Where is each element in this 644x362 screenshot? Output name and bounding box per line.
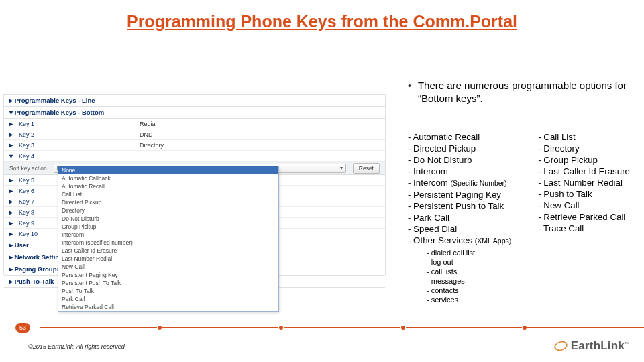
dropdown-option[interactable]: Persistent Push To Talk [58, 279, 278, 287]
section-label: Programmable Keys - Line [15, 97, 95, 104]
section-header-bottom[interactable]: ▾ Programmable Keys - Bottom [4, 107, 385, 119]
option-item: - Call List [538, 131, 630, 143]
dropdown-option[interactable]: Push To Talk [58, 287, 278, 295]
expand-icon: ▸ [9, 187, 19, 194]
option-item: - Trace Call [538, 223, 630, 234]
key-row[interactable]: ▾Key 4 [4, 151, 385, 162]
dropdown-option[interactable]: Directed Pickup [58, 198, 278, 206]
option-item: - Speed Dial [408, 223, 511, 235]
option-item: - Persistent Paging Key [408, 189, 511, 200]
option-item: - Park Call [408, 212, 511, 223]
key-value: Directory [140, 142, 380, 149]
expand-icon: ▸ [9, 208, 19, 216]
dropdown-option[interactable]: Retrieve Parked Call [58, 303, 278, 311]
option-item: - Intercom [408, 166, 511, 177]
dropdown-option[interactable]: Intercom (specified number) [58, 239, 278, 247]
key-row[interactable]: ▸Key 2DND [4, 129, 385, 140]
dropdown-option[interactable]: New Call [58, 263, 278, 271]
chevron-down-icon: ▾ [340, 165, 343, 171]
options-columns: - Automatic Recall- Directed Pickup- Do … [408, 131, 639, 304]
option-item: - Directed Pickup [408, 143, 511, 154]
option-item: - Group Pickup [538, 154, 630, 166]
option-item: - Intercom (Specific Number) [408, 177, 511, 189]
option-item: - Do Not Disturb [408, 154, 511, 166]
dropdown-option[interactable]: Directory [58, 206, 278, 215]
option-item: - Automatic Recall [408, 131, 511, 143]
reset-button[interactable]: Reset [353, 163, 380, 174]
earthlink-logo: EarthLink™ [554, 339, 629, 353]
option-item: - Last Caller Id Erasure [538, 166, 630, 177]
key-label: Key 1 [19, 121, 140, 127]
softkey-dropdown[interactable]: NoneAutomatic CallbackAutomatic RecallCa… [58, 166, 279, 312]
expand-icon: ▸ [9, 219, 19, 227]
option-item: - New Call [538, 200, 630, 211]
bullet-text: There are numerous programmable options … [418, 79, 639, 105]
dropdown-option[interactable]: Persistent Paging Key [58, 271, 278, 279]
expand-icon: ▸ [9, 120, 19, 127]
sublist-item: - log out [427, 257, 511, 267]
dropdown-option[interactable]: Last Number Redial [58, 255, 278, 263]
sublist-item: - messages [427, 276, 511, 286]
option-item-detail: (Specific Number) [451, 179, 507, 187]
sublist-item: - dialed call list [427, 248, 511, 257]
trademark-icon: ™ [625, 341, 629, 346]
logo-text: EarthLink [571, 339, 625, 352]
expand-icon: ▸ [9, 131, 19, 138]
key-label: Key 3 [19, 142, 140, 149]
other-services-sublist: - dialed call list- log out- call lists-… [427, 248, 511, 304]
sublist-item: - services [427, 295, 511, 304]
dropdown-option[interactable]: Park Call [58, 295, 278, 303]
option-item: - Push to Talk [538, 188, 630, 200]
expand-icon: ▸ [9, 176, 19, 184]
copyright-text: ©2015 EarthLink. All rights reserved. [28, 343, 126, 350]
option-item: - Last Number Redial [538, 177, 630, 188]
dropdown-option[interactable]: Do Not Disturb [58, 215, 278, 223]
footer-divider [0, 327, 644, 328]
expand-icon: ▸ [9, 198, 19, 205]
dropdown-option[interactable]: Automatic Recall [58, 182, 278, 190]
key-value: Redial [140, 121, 380, 127]
bullet-dot: • [408, 79, 411, 105]
logo-ring-icon [553, 339, 568, 352]
collapse-icon: ▾ [9, 109, 15, 116]
expand-icon: ▾ [9, 152, 19, 160]
dropdown-option[interactable]: Call List [58, 190, 278, 198]
options-col-1: - Automatic Recall- Directed Pickup- Do … [408, 131, 511, 304]
key-row[interactable]: ▸Key 3Directory [4, 140, 385, 151]
right-panel: • There are numerous programmable option… [408, 79, 639, 304]
dropdown-option[interactable]: Automatic Callback [58, 174, 278, 182]
option-item: - Other Services (XML Apps) [408, 235, 511, 247]
page-number-badge: 53 [15, 323, 30, 333]
section-header-line[interactable]: ▸ Programmable Keys - Line [4, 95, 385, 107]
slide-title: Programming Phone Keys from the Comm.Por… [0, 0, 644, 32]
key-value: DND [140, 131, 380, 138]
option-item-detail: (XML Apps) [475, 237, 511, 245]
expand-icon: ▸ [9, 141, 19, 149]
dropdown-option[interactable]: None [58, 166, 278, 174]
key-label: Key 4 [19, 153, 140, 160]
key-row[interactable]: ▸Key 1Redial [4, 119, 385, 129]
options-col-2: - Call List- Directory- Group Pickup- La… [538, 131, 630, 304]
option-item: - Persistent Push to Talk [408, 200, 511, 212]
section-label: Programmable Keys - Bottom [15, 109, 105, 116]
option-item: - Directory [538, 143, 630, 154]
dropdown-option[interactable]: Group Pickup [58, 223, 278, 231]
dropdown-option[interactable]: Last Caller Id Erasure [58, 247, 278, 255]
key-label: Key 2 [19, 131, 140, 138]
expand-icon: ▸ [9, 97, 15, 104]
expand-icon: ▸ [9, 230, 19, 237]
sublist-item: - contacts [427, 286, 511, 295]
softkey-action-label: Soft key action [9, 165, 47, 172]
sublist-item: - call lists [427, 267, 511, 276]
portal-screenshot: ▸ Programmable Keys - Line ▾ Programmabl… [3, 94, 386, 275]
dropdown-option[interactable]: Intercom [58, 231, 278, 239]
option-item: - Retrieve Parked Call [538, 211, 630, 223]
bullet-item: • There are numerous programmable option… [408, 79, 639, 105]
